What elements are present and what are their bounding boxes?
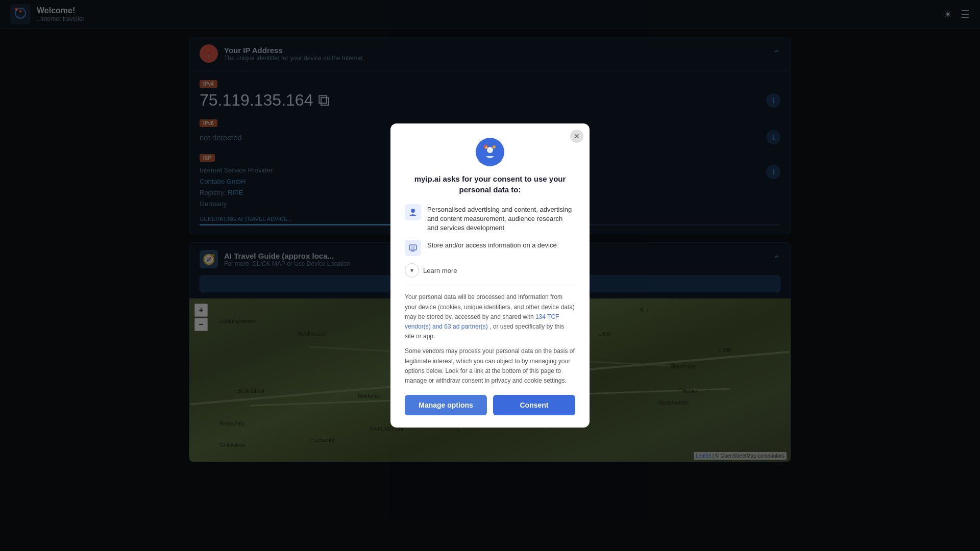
consent-item-1-text: Personalised advertising and content, ad… — [427, 204, 575, 233]
modal-logo: ★ — [405, 138, 575, 166]
learn-more-chevron-icon: ▾ — [405, 263, 419, 278]
modal-body-text-2: Some vendors may process your personal d… — [405, 346, 575, 386]
svg-rect-12 — [411, 246, 415, 249]
modal-logo-circle: ★ — [476, 138, 504, 166]
consent-button[interactable]: Consent — [493, 395, 575, 415]
svg-point-10 — [411, 209, 415, 213]
svg-point-9 — [493, 145, 496, 148]
manage-options-button[interactable]: Manage options — [405, 395, 487, 415]
svg-point-6 — [487, 147, 493, 153]
consent-item-1: Personalised advertising and content, ad… — [405, 204, 575, 233]
modal-title: myip.ai asks for your consent to use you… — [405, 173, 575, 195]
consent-item-2-text: Store and/or access information on a dev… — [427, 240, 557, 250]
modal-close-button[interactable]: ✕ — [570, 130, 583, 143]
modal-brand-icon: ★ — [481, 143, 499, 161]
learn-more-label: Learn more — [423, 267, 457, 274]
consent-device-icon — [405, 240, 421, 256]
modal-overlay: ✕ ★ myip.ai asks for your consent to use… — [0, 0, 980, 551]
learn-more-row[interactable]: ▾ Learn more — [405, 263, 575, 278]
consent-item-2: Store and/or access information on a dev… — [405, 240, 575, 256]
modal-buttons: Manage options Consent — [405, 395, 575, 415]
consent-advertising-icon — [405, 204, 421, 220]
consent-modal: ✕ ★ myip.ai asks for your consent to use… — [390, 123, 590, 428]
modal-divider — [405, 285, 575, 285]
modal-body-text-1: Your personal data will be processed and… — [405, 292, 575, 341]
